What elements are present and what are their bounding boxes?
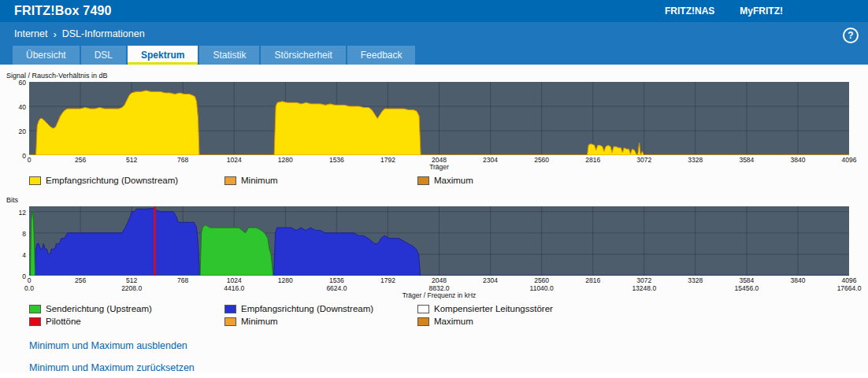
legend-label: Maximum (434, 176, 473, 185)
x-tick-label: 3840 (790, 156, 805, 164)
bits-x-axis: 0256512768102412801536179220482304256028… (29, 276, 849, 284)
x-tick-label: 1280 (278, 156, 293, 164)
breadcrumb-item-dsl-informationen: DSL-Informationen (62, 28, 145, 39)
freq-tick-label: 17664.0 (837, 284, 862, 292)
x-tick-label: 1536 (329, 156, 344, 164)
snr-chart-title: Signal / Rausch-Verhältnis in dB (6, 72, 868, 80)
bits-chart-plot (29, 206, 849, 276)
x-tick-label: 2816 (585, 156, 600, 164)
legend-item: Kompensierter Leitungsstörer (417, 304, 553, 313)
x-tick-label: 512 (126, 156, 137, 164)
bits-legend: Senderichtung (Upstream)Empfangsrichtung… (29, 304, 849, 329)
y-tick-label: 0 (22, 272, 26, 280)
top-area: FRITZ!Box 7490 FRITZ!NASMyFRITZ! Interne… (0, 0, 868, 65)
y-tick-label: 20 (19, 128, 26, 135)
breadcrumb-bar: Internet › DSL-Informationen (0, 22, 868, 46)
x-tick-label: 768 (177, 156, 188, 164)
reset-min-max-link[interactable]: Minimum und Maximum zurücksetzen (29, 362, 868, 373)
legend-label: Empfangsrichtung (Downstream) (46, 176, 178, 185)
legend-swatch-icon (29, 317, 41, 326)
freq-tick-label: 4416.0 (224, 284, 244, 292)
header-links: FRITZ!NASMyFRITZ! (665, 6, 783, 17)
header-bar: FRITZ!Box 7490 FRITZ!NASMyFRITZ! (0, 0, 868, 22)
action-links: Minimum und Maximum ausblenden Minimum u… (29, 340, 868, 373)
y-tick-label: 0 (22, 152, 26, 160)
x-tick-label: 0 (28, 156, 32, 164)
snr-chart-plot (29, 82, 849, 155)
x-tick-label: 1024 (227, 156, 242, 164)
legend-label: Minimum (241, 176, 278, 185)
x-tick-label: 2304 (483, 156, 498, 164)
x-tick-label: 256 (75, 156, 86, 164)
bits-chart: 04812 (29, 206, 849, 276)
chevron-right-icon: › (53, 28, 56, 40)
legend-item: Minimum (224, 176, 278, 185)
header-link-fritznas[interactable]: FRITZ!NAS (665, 6, 714, 17)
x-tick-label: 1792 (380, 156, 395, 164)
y-tick-label: 12 (19, 208, 26, 216)
x-tick-label: 4096 (842, 156, 857, 164)
x-tick-label: 2560 (534, 156, 549, 164)
freq-tick-label: 13248.0 (632, 284, 656, 292)
y-tick-label: 8 (22, 229, 26, 237)
y-tick-label: 60 (19, 79, 26, 87)
legend-label: Empfangsrichtung (Downstream) (241, 304, 373, 313)
legend-item: Maximum (417, 176, 473, 185)
legend-item: Empfangsrichtung (Downstream) (224, 304, 373, 313)
snr-x-axis-label: Träger (29, 163, 849, 172)
legend-item: Empfangsrichtung (Downstream) (29, 176, 178, 185)
tab-bar: ÜbersichtDSLSpektrumStatistikStörsicherh… (0, 46, 868, 65)
hide-min-max-link[interactable]: Minimum und Maximum ausblenden (29, 340, 868, 351)
legend-swatch-icon (224, 317, 236, 326)
legend-item: Minimum (224, 317, 278, 326)
bits-y-axis: 04812 (9, 206, 26, 276)
legend-swatch-icon (29, 176, 41, 185)
legend-label: Senderichtung (Upstream) (46, 304, 152, 313)
freq-tick-label: 15456.0 (735, 284, 759, 292)
legend-swatch-icon (417, 317, 429, 326)
header-link-myfritz[interactable]: MyFRITZ! (740, 6, 783, 17)
legend-label: Maximum (434, 317, 473, 326)
freq-tick-label: 11040.0 (530, 284, 554, 292)
freq-tick-label: 8832.0 (429, 284, 450, 292)
legend-label: Minimum (241, 317, 278, 326)
tab-dsl[interactable]: DSL (81, 46, 126, 65)
x-tick-label: 3072 (636, 156, 651, 164)
y-tick-label: 4 (22, 250, 26, 258)
legend-swatch-icon (29, 305, 41, 313)
help-icon[interactable]: ? (843, 28, 859, 43)
breadcrumb-item-internet[interactable]: Internet (14, 28, 47, 39)
snr-x-axis: 0256512768102412801536179220482304256028… (29, 155, 849, 163)
tab-st-rsicherheit[interactable]: Störsicherheit (261, 46, 345, 65)
tab-statistik[interactable]: Statistik (199, 46, 259, 65)
legend-item: Senderichtung (Upstream) (29, 304, 152, 313)
breadcrumb: Internet › DSL-Informationen (14, 28, 145, 40)
bits-chart-title: Bits (6, 196, 868, 204)
snr-chart: 0204060 (29, 82, 849, 155)
x-tick-label: 3328 (688, 156, 703, 164)
x-tick-label: 2048 (432, 156, 447, 164)
legend-item: Pilottöne (29, 317, 81, 326)
legend-swatch-icon (224, 305, 236, 313)
legend-swatch-icon (224, 176, 236, 185)
legend-label: Kompensierter Leitungsstörer (434, 304, 553, 313)
legend-item: Maximum (417, 317, 473, 326)
x-tick-label: 3584 (739, 156, 754, 164)
snr-legend: Empfangsrichtung (Downstream)MinimumMaxi… (29, 176, 849, 188)
bits-freq-axis: 0.02208.04416.06624.08832.011040.013248.… (29, 284, 849, 291)
legend-swatch-icon (417, 305, 429, 313)
freq-tick-label: 2208.0 (121, 284, 142, 292)
freq-tick-label: 0.0 (24, 284, 34, 292)
bits-x-axis-label: Träger / Frequenz in kHz (29, 291, 849, 300)
legend-label: Pilottöne (46, 317, 81, 326)
legend-swatch-icon (417, 176, 429, 185)
main-content: Signal / Rausch-Verhältnis in dB 0204060… (0, 65, 868, 373)
tab-spektrum[interactable]: Spektrum (128, 46, 198, 65)
tab--bersicht[interactable]: Übersicht (13, 46, 80, 65)
snr-y-axis: 0204060 (9, 82, 26, 155)
y-tick-label: 40 (19, 103, 26, 111)
tab-feedback[interactable]: Feedback (347, 46, 416, 65)
freq-tick-label: 6624.0 (326, 284, 347, 292)
brand-title: FRITZ!Box 7490 (14, 4, 112, 18)
